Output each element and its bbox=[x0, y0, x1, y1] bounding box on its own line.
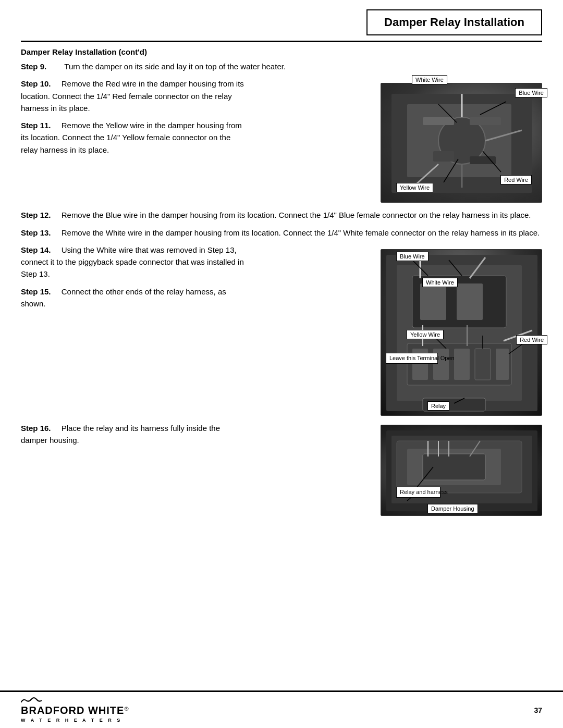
svg-rect-18 bbox=[420, 283, 446, 320]
section-subtitle: Damper Relay Installation (cont'd) bbox=[21, 47, 542, 56]
steps-group-1: Step 10. Remove the Red wire in the damp… bbox=[21, 78, 542, 203]
photo3-wrapper: Relay and harness Damper Housing bbox=[381, 425, 542, 516]
brand-wave-icon bbox=[21, 697, 42, 704]
photo2-inner bbox=[381, 250, 542, 415]
page-number: 37 bbox=[534, 706, 542, 714]
photo2-wrapper: Blue Wire White Wire Yellow Wire Leave t… bbox=[381, 249, 542, 416]
svg-rect-6 bbox=[470, 156, 496, 164]
photo3-area: Relay and harness Damper Housing bbox=[245, 422, 542, 516]
steps-14-15-text: Step 14. Using the White wire that was r… bbox=[21, 244, 245, 416]
step-16-text: Step 16. Place the relay and its harness… bbox=[21, 422, 245, 516]
label-blue-wire-1: Blue Wire bbox=[515, 88, 547, 97]
svg-rect-24 bbox=[475, 349, 491, 380]
page-footer: BRADFORD WHITE® W A T E R H E A T E R S … bbox=[0, 690, 563, 728]
svg-rect-42 bbox=[423, 454, 485, 480]
step-14: Step 14. Using the White wire that was r… bbox=[21, 244, 245, 280]
step-11: Step 11. Remove the Yellow wire in the d… bbox=[21, 119, 245, 156]
brand-tagline: W A T E R H E A T E R S bbox=[21, 718, 122, 723]
steps-group-3: Step 16. Place the relay and its harness… bbox=[21, 422, 542, 516]
svg-rect-23 bbox=[454, 349, 470, 380]
page-title: Damper Relay Installation bbox=[366, 9, 542, 35]
brand-logo: BRADFORD WHITE® W A T E R H E A T E R S bbox=[21, 697, 129, 723]
label-red-wire-2: Red Wire bbox=[516, 335, 547, 344]
label-yellow-wire-2: Yellow Wire bbox=[407, 330, 444, 339]
step-12: Step 12. Remove the Blue wire in the dam… bbox=[21, 209, 542, 221]
label-yellow-wire-1: Yellow Wire bbox=[396, 183, 433, 192]
label-white-wire-1: White Wire bbox=[412, 75, 447, 84]
photo1-wrapper: White Wire Blue Wire Yellow Wire Red Wir… bbox=[381, 83, 542, 203]
step-16: Step 16. Place the relay and its harness… bbox=[21, 422, 245, 447]
label-damper-housing: Damper Housing bbox=[427, 504, 478, 513]
photo3-inner bbox=[381, 425, 542, 515]
step-15: Step 15. Connect the other ends of the r… bbox=[21, 286, 245, 310]
step-10: Step 10. Remove the Red wire in the damp… bbox=[21, 78, 245, 114]
photo2-detail bbox=[381, 250, 543, 416]
label-blue-wire-2: Blue Wire bbox=[396, 252, 429, 261]
label-white-wire-2: White Wire bbox=[422, 278, 458, 287]
step-9: Step 9. Turn the damper on its side and … bbox=[21, 60, 542, 72]
label-leave-terminal: Leave this Terminal Open bbox=[386, 353, 438, 363]
svg-rect-3 bbox=[423, 117, 454, 125]
step-13: Step 13. Remove the White wire in the da… bbox=[21, 227, 542, 239]
photo2 bbox=[381, 249, 542, 416]
svg-rect-25 bbox=[496, 349, 509, 380]
label-red-wire-1: Red Wire bbox=[500, 175, 532, 184]
photo3 bbox=[381, 425, 542, 516]
title-text: Damper Relay Installation bbox=[384, 16, 524, 29]
steps-group-2: Step 14. Using the White wire that was r… bbox=[21, 244, 542, 416]
photo1-area: White Wire Blue Wire Yellow Wire Red Wir… bbox=[245, 78, 542, 203]
svg-rect-4 bbox=[470, 117, 501, 125]
photo3-detail bbox=[381, 425, 543, 516]
brand-name: BRADFORD WHITE® bbox=[21, 705, 129, 717]
svg-rect-5 bbox=[433, 151, 454, 162]
photo2-area: Blue Wire White Wire Yellow Wire Leave t… bbox=[245, 244, 542, 416]
label-relay-harness: Relay and harness bbox=[396, 487, 440, 497]
svg-rect-19 bbox=[457, 283, 483, 320]
steps-10-13-text: Step 10. Remove the Red wire in the damp… bbox=[21, 78, 245, 203]
label-relay: Relay bbox=[427, 401, 449, 411]
page-header: Damper Relay Installation bbox=[0, 0, 563, 35]
main-content: Damper Relay Installation (cont'd) Step … bbox=[0, 42, 563, 533]
